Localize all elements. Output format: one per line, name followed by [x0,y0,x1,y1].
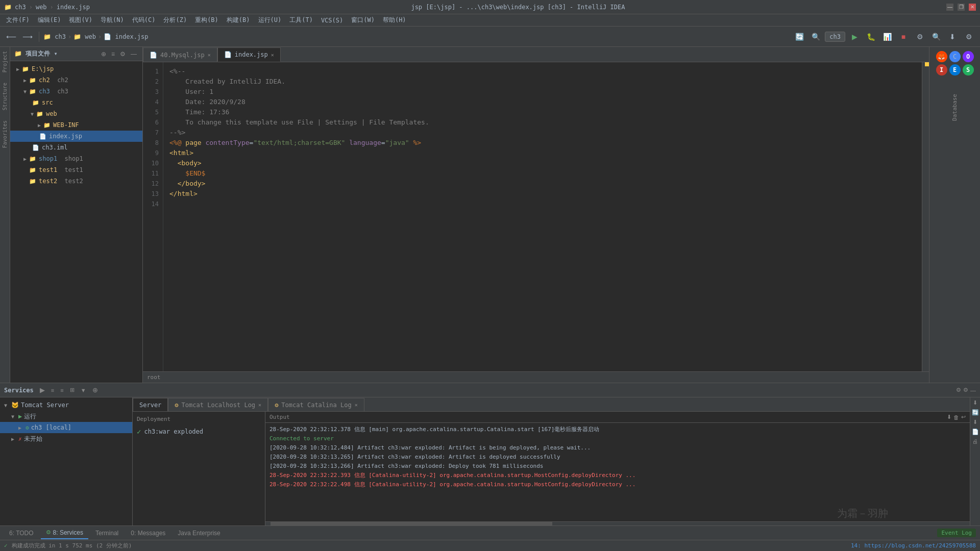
tab-mysql[interactable]: 📄 40.Mysql.jsp ✕ [143,47,217,62]
services-expand-btn[interactable]: ≡ [49,387,56,394]
toolbar-settings-btn[interactable]: ⚙ [962,30,976,44]
tree-item-ch2[interactable]: ▶ 📁 ch2 ch2 [10,74,142,86]
project-close-btn[interactable]: — [129,50,138,58]
log-scroll-btn[interactable]: ⬇ [947,414,951,420]
menu-view[interactable]: 视图(V) [65,15,96,26]
services-item-notstarted[interactable]: ▶ ✗ 未开始 [0,433,132,444]
status-link[interactable]: 14: https://blog.csdn.net/24259705588 [851,542,976,549]
toolbar-more-btn[interactable]: ⚙ [913,30,927,44]
browser-opera[interactable]: O [963,51,974,62]
services-arrow-ch3local: ▶ [18,425,26,431]
log-scrollbar[interactable] [265,521,970,525]
tree-item-ch3iml[interactable]: 📄 ch3.iml [10,142,142,153]
output-tab-server[interactable]: Server [133,398,168,411]
run-with-coverage[interactable]: 📊 [880,30,894,44]
services-label-running: 运行 [24,412,36,421]
output-icon-4[interactable]: 📄 [972,429,979,435]
services-collapse-btn[interactable]: ≡ [58,387,65,394]
log-scrollbar-thumb[interactable] [271,522,552,525]
menu-file[interactable]: 文件(F) [2,15,34,26]
output-icon-5[interactable]: 🖨 [972,438,978,444]
tree-item-src[interactable]: 📁 src [10,97,142,108]
services-settings-btn[interactable]: ⚙ [956,387,961,393]
menu-tools[interactable]: 工具(T) [285,15,317,26]
output-tab-localhost[interactable]: ⚙ Tomcat Localhost Log ✕ [168,398,268,411]
browser-ie[interactable]: I [936,64,947,76]
services-group-btn[interactable]: ⊞ [68,386,77,394]
tree-item-test2[interactable]: 📁 test2 test2 [10,176,142,187]
toolbar-sync-btn[interactable]: 🔄 [792,30,806,44]
toolbar-forward-btn[interactable]: ⟶ [20,30,35,44]
bottom-tab-messages[interactable]: 0: Messages [126,527,170,539]
output-icon-2[interactable]: 🔄 [972,409,979,416]
browser-chrome[interactable]: C [949,51,961,62]
menu-help[interactable]: 帮助(H) [379,15,410,26]
services-newbtn[interactable]: ⊕ [90,386,100,394]
database-label[interactable]: Database [951,94,958,121]
tree-item-indexjsp[interactable]: 📄 index.jsp [10,131,142,142]
code-line-8: <%@ page contentType="text/html;charset=… [169,138,916,148]
bottom-tab-terminal[interactable]: Terminal [90,527,124,539]
tree-item-shop1[interactable]: ▶ 📁 shop1 shop1 [10,153,142,164]
menu-vcs[interactable]: VCS(S) [317,16,347,25]
services-filter-btn[interactable]: ▼ [79,387,88,394]
toolbar-search2-btn[interactable]: 🔍 [929,30,943,44]
favorites-label[interactable]: Favorites [2,120,8,148]
tree-item-ejsp[interactable]: ▶ 📁 E:\jsp [10,63,142,74]
menu-refactor[interactable]: 重构(B) [191,15,223,26]
tab-indexjsp-label: index.jsp [235,51,268,58]
services-add-btn[interactable]: ▶ [38,386,47,394]
toolbar-download-btn[interactable]: ⬇ [945,30,960,44]
log-line-1: [2020-09-28 10:32:12,484] Artifact ch3:w… [270,443,966,453]
code-content[interactable]: <%-- Created by IntelliJ IDEA. User: 1 D… [163,62,922,371]
stop-button[interactable]: ■ [896,30,911,44]
tab-mysql-close[interactable]: ✕ [208,52,211,58]
toolbar-search-btn[interactable]: 🔍 [808,30,823,44]
close-button[interactable]: ✕ [969,4,976,11]
log-wrap-btn[interactable]: ↩ [961,414,966,420]
menu-window[interactable]: 窗口(W) [347,15,379,26]
log-clear-btn[interactable]: 🗑 [953,414,959,420]
services-item-ch3local[interactable]: ▶ ⚙ ch3 [local] [0,422,132,433]
services-item-running[interactable]: ▼ ▶ 运行 [0,411,132,422]
output-tab-catalina[interactable]: ⚙ Tomcat Catalina Log ✕ [268,398,364,411]
browser-edge[interactable]: E [949,64,961,76]
log-section[interactable]: 28-Sep-2020 22:32:12.378 信息 [main] org.a… [265,423,970,521]
tree-item-web[interactable]: ▼ 📁 web [10,108,142,119]
structure-label[interactable]: Structure [2,83,8,110]
services-hide-btn[interactable]: — [970,387,976,393]
bottom-tab-javaee[interactable]: Java Enterprise [173,527,225,539]
project-collapse-btn[interactable]: ≡ [110,50,116,58]
tab-indexjsp[interactable]: 📄 index.jsp ✕ [217,47,281,62]
services-item-tomcat[interactable]: ▼ 🐱 Tomcat Server [0,399,132,411]
browser-firefox[interactable]: 🦊 [936,51,947,62]
output-icon-3[interactable]: ⬇ [973,419,977,425]
tab-indexjsp-close[interactable]: ✕ [271,52,274,58]
event-log-btn[interactable]: Event Log [937,529,976,537]
project-label[interactable]: Project [2,51,8,72]
bottom-tab-todo[interactable]: 6: TODO [4,527,39,539]
services-options-btn[interactable]: ⚙ [963,387,968,393]
output-icon-1[interactable]: ⬇ [973,399,977,406]
run-button[interactable]: ▶ [847,30,862,44]
bottom-tab-services[interactable]: ⚙ 8: Services [41,527,88,539]
menu-build[interactable]: 构建(B) [223,15,254,26]
maximize-button[interactable]: ❐ [958,4,965,11]
minimize-button[interactable]: — [946,4,953,11]
output-tab-localhost-close[interactable]: ✕ [258,402,261,408]
menu-edit[interactable]: 编辑(E) [34,15,65,26]
output-tab-localhost-icon: ⚙ [175,402,178,409]
tree-item-webinf[interactable]: ▶ 📁 WEB-INF [10,119,142,131]
output-tab-catalina-close[interactable]: ✕ [355,402,358,408]
debug-button[interactable]: 🐛 [864,30,878,44]
menu-analyze[interactable]: 分析(Z) [159,15,191,26]
browser-safari[interactable]: S [963,64,974,76]
tree-item-ch3[interactable]: ▼ 📁 ch3 ch3 [10,86,142,97]
menu-nav[interactable]: 导航(N) [96,15,128,26]
menu-run[interactable]: 运行(U) [254,15,286,26]
menu-code[interactable]: 代码(C) [128,15,160,26]
project-locate-btn[interactable]: ⊕ [100,50,108,58]
project-settings-btn[interactable]: ⚙ [118,50,127,58]
tree-item-test1[interactable]: 📁 test1 test1 [10,164,142,176]
toolbar-back-btn[interactable]: ⟵ [4,30,18,44]
